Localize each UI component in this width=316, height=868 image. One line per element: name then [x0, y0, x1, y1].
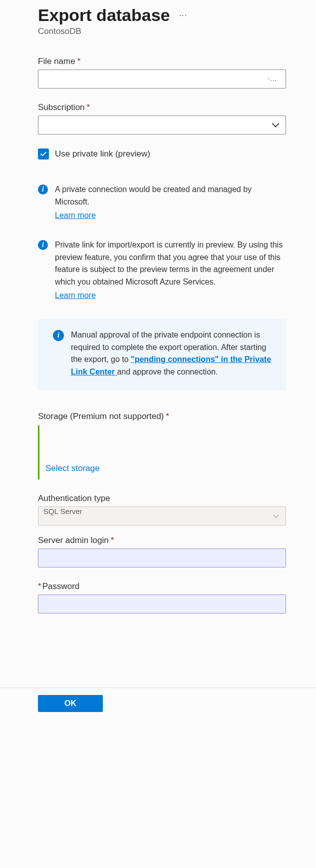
file-name-input[interactable]	[38, 70, 286, 88]
learn-more-link[interactable]: Learn more	[55, 210, 96, 222]
ok-button[interactable]: OK	[38, 695, 103, 712]
more-icon[interactable]: ···	[179, 11, 187, 20]
auth-type-select[interactable]: SQL Server	[38, 506, 286, 526]
learn-more-link[interactable]: Learn more	[55, 290, 96, 302]
password-input[interactable]	[38, 594, 286, 614]
info-message-2: Private link for import/export is curren…	[55, 239, 286, 302]
info-message-1: A private connection would be created an…	[55, 184, 286, 222]
admin-login-input[interactable]	[38, 548, 286, 568]
info-icon: i	[38, 240, 48, 250]
admin-login-label: Server admin login*	[38, 536, 286, 546]
info-icon: i	[38, 184, 48, 194]
select-storage-link[interactable]: Select storage	[45, 464, 100, 474]
password-label: *Password	[38, 582, 286, 592]
info-icon: i	[53, 330, 64, 341]
info-callout: i Manual approval of the private endpoin…	[38, 319, 286, 390]
private-link-checkbox[interactable]	[38, 148, 49, 160]
private-link-label: Use private link (preview)	[55, 149, 150, 159]
subtitle: ContosoDB	[38, 26, 286, 36]
storage-label: Storage (Premium not supported)*	[38, 412, 286, 422]
subscription-select[interactable]	[38, 116, 286, 134]
auth-type-label: Authentication type	[38, 494, 286, 504]
file-name-label: File name*	[38, 56, 286, 66]
page-title: Export database	[38, 6, 170, 24]
info-callout-text: Manual approval of the private endpoint …	[71, 329, 276, 378]
storage-block: Select storage	[38, 426, 286, 480]
subscription-label: Subscription*	[38, 102, 286, 112]
